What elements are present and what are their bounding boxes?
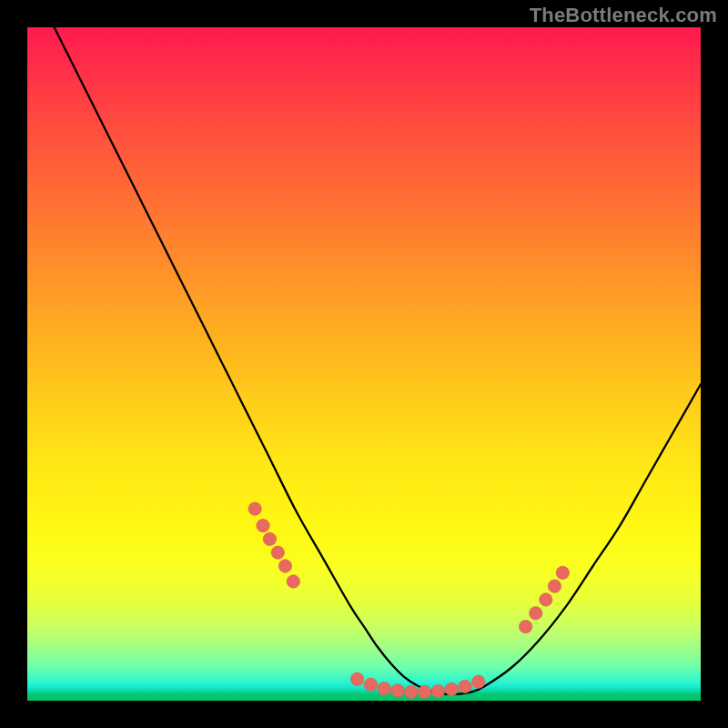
marker-group <box>248 502 570 699</box>
marker-dot <box>257 519 269 531</box>
chart-svg <box>27 27 701 701</box>
marker-dot <box>287 575 299 588</box>
marker-dot <box>278 560 291 572</box>
marker-dot <box>431 684 444 697</box>
plot-area <box>27 27 701 701</box>
marker-dot <box>405 685 418 698</box>
marker-dot <box>445 682 458 695</box>
marker-dot <box>519 620 531 632</box>
marker-dot <box>548 580 561 592</box>
marker-dot <box>556 566 569 579</box>
marker-dot <box>540 593 552 606</box>
marker-dot <box>459 680 471 693</box>
marker-dot <box>530 607 542 620</box>
marker-dot <box>350 672 363 685</box>
marker-dot <box>248 502 261 515</box>
bottleneck-curve <box>55 27 701 694</box>
chart-frame: TheBottleneck.com <box>0 0 728 728</box>
marker-dot <box>271 546 284 559</box>
marker-dot <box>263 532 276 545</box>
marker-dot <box>364 678 377 691</box>
watermark-text: TheBottleneck.com <box>530 4 717 27</box>
marker-dot <box>472 675 485 688</box>
marker-dot <box>418 685 430 698</box>
marker-dot <box>391 684 404 697</box>
marker-dot <box>378 682 390 694</box>
